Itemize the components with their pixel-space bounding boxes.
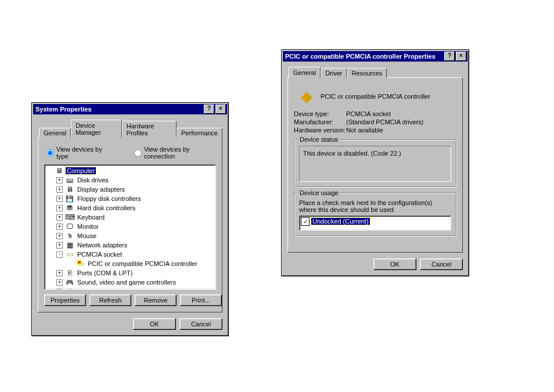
tree-item[interactable]: +Disk drives xyxy=(46,175,214,185)
tree-item-label: Mouse xyxy=(76,232,98,239)
tab-resources[interactable]: Resources xyxy=(347,68,387,78)
tree-expander[interactable]: + xyxy=(56,214,63,221)
help-button[interactable]: ? xyxy=(204,105,214,114)
hardware-version-value: Not available xyxy=(346,127,456,134)
tab-hardware-profiles[interactable]: Hardware Profiles xyxy=(122,121,177,138)
tab-panel: View devices by type View devices by con… xyxy=(38,137,222,312)
tree-item-label: PCMCIA socket xyxy=(76,251,123,258)
mouse-icon xyxy=(65,231,74,240)
tree-item-label: Hard disk controllers xyxy=(76,204,136,211)
refresh-button[interactable]: Refresh xyxy=(89,294,131,306)
device-status-title: Device status xyxy=(298,136,340,143)
radio-by-type[interactable]: View devices by type xyxy=(46,146,111,160)
titlebar[interactable]: System Properties ? × xyxy=(33,104,227,114)
tree-expander[interactable]: + xyxy=(56,233,63,239)
tree-item-label: Disk drives xyxy=(76,177,110,184)
device-usage-group: Device usage Place a check mark next to … xyxy=(294,193,456,236)
tab-general[interactable]: General xyxy=(289,67,321,78)
pcmcia-icon xyxy=(65,250,74,259)
tabstrip: General Device Manager Hardware Profiles… xyxy=(38,120,222,138)
tab-performance[interactable]: Performance xyxy=(177,128,222,138)
ok-button[interactable]: OK xyxy=(373,258,416,270)
display-icon xyxy=(65,185,74,194)
system-properties-dialog: System Properties ? × General Device Man… xyxy=(31,102,229,336)
system-icon xyxy=(65,287,74,290)
device-tree[interactable]: Computer+Disk drives+Display adapters+Fl… xyxy=(44,164,216,290)
tree-expander[interactable]: + xyxy=(56,196,63,202)
tree-item[interactable]: +Display adapters xyxy=(46,185,214,194)
radio-by-type-input[interactable] xyxy=(46,149,54,157)
tree-item-label: Floppy disk controllers xyxy=(76,195,142,202)
tabstrip: General Driver Resources xyxy=(287,67,463,78)
tree-item[interactable]: +System devices xyxy=(46,287,214,290)
tree-expander[interactable]: + xyxy=(56,289,63,290)
tree-item[interactable]: +Mouse xyxy=(46,231,214,240)
device-status-group: Device status This device is disabled. (… xyxy=(294,139,456,187)
tree-item[interactable]: -PCMCIA socket xyxy=(46,250,214,259)
tree-expander[interactable]: + xyxy=(56,242,63,249)
title-text: System Properties xyxy=(34,106,203,113)
tree-expander[interactable]: + xyxy=(56,205,63,211)
remove-button[interactable]: Remove xyxy=(135,294,177,306)
titlebar[interactable]: PCIC or compatible PCMCIA controller Pro… xyxy=(283,51,467,62)
monitor-icon xyxy=(65,222,74,231)
tree-expander[interactable]: - xyxy=(56,251,63,258)
help-button[interactable]: ? xyxy=(444,52,455,61)
tree-item[interactable]: +Floppy disk controllers xyxy=(46,194,214,203)
tab-general[interactable]: General xyxy=(39,128,71,138)
tab-driver[interactable]: Driver xyxy=(321,68,347,78)
tab-device-manager[interactable]: Device Manager xyxy=(71,120,122,138)
radio-by-connection-label: View devices by connection xyxy=(144,146,216,160)
tree-expander[interactable]: + xyxy=(56,279,63,286)
device-usage-title: Device usage xyxy=(298,189,340,196)
usage-item-undocked[interactable]: ✓ Undocked (Current) xyxy=(300,217,450,226)
tree-item-label: Monitor xyxy=(76,223,100,230)
tree-expander[interactable]: + xyxy=(56,270,63,276)
print-button[interactable]: Print... xyxy=(180,294,222,306)
computer-icon xyxy=(55,166,64,175)
hardware-version-label: Hardware version: xyxy=(294,127,346,134)
tree-item[interactable]: +Ports (COM & LPT) xyxy=(46,268,214,278)
tree-item-label: Keyboard xyxy=(76,214,106,221)
tree-item-label: Computer xyxy=(66,167,96,174)
tree-item[interactable]: +Keyboard xyxy=(46,213,214,222)
device-usage-list[interactable]: ✓ Undocked (Current) xyxy=(299,215,451,231)
device-icon xyxy=(297,87,316,106)
radio-by-connection-input[interactable] xyxy=(134,149,142,157)
device-status-text: This device is disabled. (Code 22.) xyxy=(303,150,401,157)
tree-item[interactable]: +Monitor xyxy=(46,222,214,231)
tree-item[interactable]: Computer xyxy=(46,166,214,175)
tab-panel: PCIC or compatible PCMCIA controller Dev… xyxy=(287,77,463,253)
network-icon xyxy=(65,240,74,250)
close-button[interactable]: × xyxy=(456,52,466,61)
device-type-value: PCMCIA socket xyxy=(346,110,456,117)
pcmcia-properties-dialog: PCIC or compatible PCMCIA controller Pro… xyxy=(281,49,469,276)
radio-by-type-label: View devices by type xyxy=(56,146,111,160)
radio-by-connection[interactable]: View devices by connection xyxy=(134,146,216,160)
tree-item-label: Sound, video and game controllers xyxy=(76,279,177,286)
cancel-button[interactable]: Cancel xyxy=(179,318,222,330)
tree-item-label: System devices xyxy=(76,288,123,290)
cancel-button[interactable]: Cancel xyxy=(420,258,463,270)
tree-item-label: Ports (COM & LPT) xyxy=(76,269,134,276)
device-name: PCIC or compatible PCMCIA controller xyxy=(321,93,430,100)
ok-button[interactable]: OK xyxy=(133,318,176,330)
properties-button[interactable]: Properties xyxy=(44,294,86,306)
tree-item[interactable]: +Network adapters xyxy=(46,240,214,250)
floppy-icon xyxy=(65,194,74,203)
tree-item-label: Display adapters xyxy=(76,186,126,193)
tree-expander[interactable]: + xyxy=(56,186,63,193)
manufacturer-label: Manufacturer: xyxy=(294,118,346,125)
title-text: PCIC or compatible PCMCIA controller Pro… xyxy=(284,53,443,60)
disk-icon xyxy=(65,175,74,185)
close-button[interactable]: × xyxy=(215,105,226,114)
usage-checkbox[interactable]: ✓ xyxy=(301,217,310,226)
tree-item[interactable]: PCIC or compatible PCMCIA controller xyxy=(46,259,214,268)
tree-item[interactable]: +Hard disk controllers xyxy=(46,203,214,213)
tree-expander[interactable]: + xyxy=(56,177,63,184)
tree-item[interactable]: +Sound, video and game controllers xyxy=(46,278,214,287)
tree-expander[interactable]: + xyxy=(56,224,63,230)
tree-item-label: Network adapters xyxy=(76,242,128,249)
usage-item-label: Undocked (Current) xyxy=(311,218,370,225)
keyboard-icon xyxy=(65,213,74,222)
